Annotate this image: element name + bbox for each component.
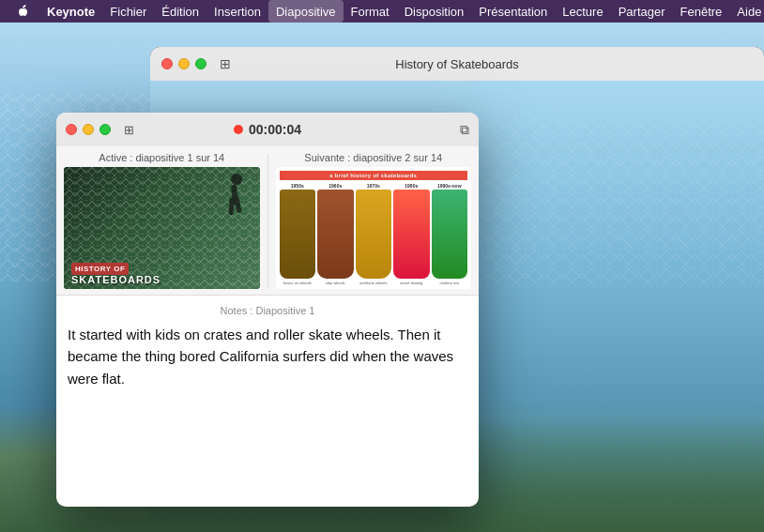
presenter-zoom-button[interactable] [99,124,111,135]
sidebar-toggle-icon[interactable]: ⊞ [220,56,231,71]
decade-desc-1990: modern era [440,281,459,285]
presenter-window: ⊞ 00:00:04 ⧉ Active : diapositive 1 sur … [56,113,479,507]
decade-col-1990: 1990s-now modern era [432,183,468,285]
menubar: Keynote Fichier Édition Insertion Diapos… [0,0,764,23]
decade-label-1970: 1970s [367,183,380,189]
next-slide-label: Suivante : diapositive 2 sur 14 [276,152,472,163]
back-window-zoom-button[interactable] [195,58,206,69]
svg-rect-11 [228,198,234,215]
back-window-title: History of Skateboards [395,57,519,71]
menubar-item-partager[interactable]: Partager [611,0,673,23]
board-1990 [432,190,468,279]
active-slide-preview[interactable]: HISTORY OF SKATEBOARDS [64,167,260,289]
presenter-titlebar: ⊞ 00:00:04 ⧉ [56,113,479,146]
active-slide-label: Active : diapositive 1 sur 14 [64,152,260,163]
slides-preview-area: Active : diapositive 1 sur 14 [56,146,479,296]
board-1950 [280,190,316,279]
slide-main-title: SKATEBOARDS [71,274,160,285]
menubar-item-diapositive[interactable]: Diapositive [268,0,344,23]
menubar-item-fichier[interactable]: Fichier [102,0,154,23]
menubar-item-lecture[interactable]: Lecture [555,0,610,23]
menubar-item-presentation[interactable]: Présentation [471,0,555,23]
menubar-item-aide[interactable]: Aide [729,0,764,23]
active-slide-section: Active : diapositive 1 sur 14 [56,146,267,295]
board-1960 [317,190,354,279]
decade-desc-1970: urethane wheels [359,281,387,285]
decade-label-1950: 1950s [291,183,304,189]
timer-recording-dot [234,125,243,134]
window-controls-right[interactable]: ⧉ [460,122,469,138]
active-slide-content: HISTORY OF SKATEBOARDS [64,167,260,289]
fullscreen-icon[interactable]: ⧉ [460,122,469,138]
menubar-item-fenetre[interactable]: Fenêtre [673,0,730,23]
presenter-sidebar-icon[interactable]: ⊞ [124,123,134,137]
board-1980 [393,190,430,279]
decade-desc-1980: street skating [400,281,422,285]
board-1970 [356,190,392,279]
presenter-timer: 00:00:04 [234,122,301,137]
decade-desc-1950: boxes on wheels [283,281,312,285]
decade-label-1990: 1990s-now [437,183,462,189]
decade-col-1950: 1950s boxes on wheels [280,183,316,285]
next-slide-content: a brief history of skateboards 1950s box… [276,167,472,289]
decade-col-1960: 1960s clay wheels [317,183,354,285]
presenter-close-button[interactable] [66,124,77,135]
back-window-minimize-button[interactable] [178,58,190,69]
svg-point-9 [231,174,242,185]
menubar-item-insertion[interactable]: Insertion [206,0,268,23]
decade-columns: 1950s boxes on wheels 1960s clay wheels … [280,183,468,285]
next-slide-preview[interactable]: a brief history of skateboards 1950s box… [276,167,472,289]
back-window-titlebar: ⊞ History of Skateboards [150,47,764,81]
menubar-item-keynote[interactable]: Keynote [39,0,102,23]
apple-menu[interactable] [8,0,39,23]
decade-label-1980: 1980s [405,183,418,189]
notes-text-content: It started with kids on crates and rolle… [68,324,467,389]
menubar-item-disposition[interactable]: Disposition [397,0,472,23]
menubar-item-edition[interactable]: Édition [154,0,206,23]
menubar-item-format[interactable]: Format [344,0,397,23]
decade-desc-1960: clay wheels [326,281,345,285]
back-window-close-button[interactable] [161,58,173,69]
presenter-minimize-button[interactable] [83,124,94,135]
slide-history-header: a brief history of skateboards [280,171,468,180]
decade-col-1980: 1980s street skating [393,183,430,285]
notes-section-label: Notes : Diapositive 1 [68,305,467,316]
notes-area: Notes : Diapositive 1 It started with ki… [56,296,479,399]
decade-col-1970: 1970s urethane wheels [356,183,392,285]
decade-label-1960: 1960s [329,183,342,189]
timer-value: 00:00:04 [249,122,301,137]
next-slide-section: Suivante : diapositive 2 sur 14 a brief … [268,146,480,295]
